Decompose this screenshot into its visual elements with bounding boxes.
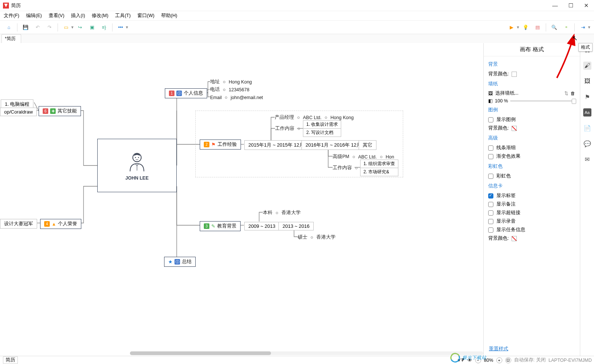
mouse-cursor-icon: ↖ — [572, 34, 578, 42]
edu-deg1: 本科香港大学 — [263, 209, 301, 217]
cb-rainbow[interactable] — [488, 174, 493, 179]
close-button[interactable]: ✕ — [584, 3, 589, 8]
idea-icon[interactable]: 💡 — [520, 22, 531, 33]
opacity-icon: ◧ — [488, 98, 493, 104]
frag-coral[interactable]: op/Coraldraw — [0, 108, 37, 116]
cb-thin[interactable] — [488, 145, 493, 151]
work-spm-items[interactable]: 1. 组织需求审查2. 市场研究& — [360, 160, 398, 176]
save-icon[interactable]: 💾 — [20, 22, 31, 33]
node-summary[interactable]: ★ⓘ总结 — [164, 257, 196, 267]
marker-icon[interactable]: ⚑ — [583, 93, 591, 101]
menu-window[interactable]: 窗口(W) — [137, 13, 154, 19]
menu-modify[interactable]: 修改(M) — [92, 13, 108, 19]
summary-icon[interactable]: ≡} — [98, 22, 110, 33]
avatar-icon — [125, 151, 148, 174]
node-skills[interactable]: 6✚其它技能 — [39, 106, 81, 116]
font-icon[interactable]: Aa — [583, 108, 591, 117]
side-rail: ☷ 🖌 🖼 ⚑ Aa 📄 💬 ✉ — [580, 43, 594, 356]
tab-resume[interactable]: *简历 — [1, 34, 21, 43]
redo-icon[interactable]: ↷ — [44, 22, 55, 33]
note-icon[interactable]: 📄 — [583, 124, 591, 132]
undo-icon[interactable]: ↶ — [32, 22, 43, 33]
work-pm-items[interactable]: 1. 收集设计需求2. 写设计文档 — [303, 120, 341, 137]
host-name: LAPTOP-EVI7MJMD — [549, 358, 592, 363]
info-bg-swatch[interactable] — [512, 236, 517, 241]
menu-tools[interactable]: 工具(T) — [115, 13, 131, 19]
wallpaper-select[interactable]: 选择墙纸... — [495, 90, 562, 96]
toolbar: ⌂ 💾 ↶ ↷ ▭▼ ↪ ▣ ≡} •••▼ ▶▼ 💡 ▤ 🔍 ⚬ ⇥▼ — [0, 21, 594, 34]
cb-show-audio[interactable] — [488, 219, 493, 224]
root-label: JOHN LEE — [125, 176, 149, 181]
more-icon[interactable]: ••• — [115, 22, 126, 33]
svg-point-1 — [135, 157, 136, 158]
cb-grad[interactable] — [488, 154, 493, 159]
export-icon[interactable]: ⇥ — [577, 22, 588, 33]
image-rail-icon[interactable]: 🖼 — [583, 77, 591, 85]
frag-champion[interactable]: 设计大赛冠军 — [0, 219, 37, 229]
opacity-value[interactable]: 100 % — [495, 98, 508, 104]
app-logo-icon — [3, 3, 9, 9]
zoom-fit[interactable]: ⊡ — [505, 357, 511, 363]
work-spm-content: 工作内容 — [333, 164, 358, 172]
legend-bg-swatch[interactable] — [512, 126, 517, 131]
personal-details: 地址Hong Kong 电话12345678 Emailjohn@email.n… — [210, 78, 263, 101]
comment-icon[interactable]: 💬 — [583, 140, 591, 148]
section-rainbow: 彩虹色 — [488, 163, 575, 170]
menu-edit[interactable]: 编辑(E) — [26, 13, 42, 19]
share-icon[interactable]: ⚬ — [561, 22, 572, 33]
cb-show-link[interactable] — [488, 210, 493, 216]
edu-period1[interactable]: 2009 ~ 2013 — [244, 222, 280, 230]
gantt-icon[interactable]: ▤ — [532, 22, 543, 33]
title-bar: 简历 — ☐ ✕ — [0, 0, 594, 11]
section-info: 信息卡 — [488, 183, 575, 189]
home-icon[interactable]: ⌂ — [3, 22, 14, 33]
topic-icon[interactable]: ▭ — [61, 22, 72, 33]
maximize-button[interactable]: ☐ — [568, 3, 573, 8]
horizontal-scrollbar[interactable] — [130, 351, 483, 355]
autosave-status: 自动保存: 关闭 — [514, 357, 546, 363]
section-adv: 高级 — [488, 135, 575, 141]
cb-show-legend[interactable] — [488, 117, 493, 122]
work-period2[interactable]: 2016年1月 ~ 2016年 12月 — [301, 140, 365, 150]
node-work[interactable]: 2⚑工作经验 — [200, 140, 241, 150]
window-title: 简历 — [11, 2, 21, 9]
relation-icon[interactable]: ↪ — [75, 22, 86, 33]
work-other[interactable]: 其它 — [359, 140, 376, 150]
svg-point-2 — [138, 157, 139, 158]
menu-bar: 文件(F) 编辑(E) 查看(V) 插入(I) 修改(M) 工具(T) 窗口(W… — [0, 11, 594, 21]
task-icon[interactable]: ✉ — [583, 155, 591, 163]
mindmap-canvas[interactable]: JOHN LEE 1. 电脑编程 op/Coraldraw 6✚其它技能 设计大… — [0, 43, 483, 356]
cb-show-label[interactable] — [488, 193, 493, 199]
minimize-button[interactable]: — — [552, 3, 558, 8]
format-icon[interactable]: 🖌 — [583, 62, 591, 70]
stepper-icon[interactable]: ⇅ — [564, 91, 568, 96]
watermark: 极光下载站 — [450, 353, 486, 363]
search-icon[interactable]: 🔍 — [549, 22, 560, 33]
cb-show-note[interactable] — [488, 202, 493, 207]
node-edu[interactable]: 3✎教育背景 — [200, 221, 241, 231]
bg-color-swatch[interactable] — [512, 72, 517, 77]
edu-deg2: 硕士香港大学 — [298, 233, 336, 241]
work-period1[interactable]: 2015年1月 ~ 2015年 12月 — [244, 140, 308, 150]
boundary-icon[interactable]: ▣ — [87, 22, 98, 33]
root-node[interactable]: JOHN LEE — [97, 139, 177, 192]
menu-insert[interactable]: 插入(I) — [71, 13, 85, 19]
node-honor[interactable]: 4▲个人荣誉 — [40, 219, 81, 229]
reset-style-link[interactable]: 重置样式 — [484, 342, 513, 355]
present-icon[interactable]: ▶ — [506, 22, 517, 33]
delete-icon[interactable]: 🗑 — [571, 91, 575, 96]
menu-file[interactable]: 文件(F) — [4, 13, 19, 19]
menu-view[interactable]: 查看(V) — [49, 13, 65, 19]
zoom-in[interactable]: + — [496, 357, 502, 363]
document-tabs: *简历 — [0, 34, 594, 43]
edu-period2[interactable]: 2013 ~ 2016 — [278, 222, 314, 230]
image-icon: 🖼 — [488, 91, 493, 96]
work-pm-content: 工作内容 — [275, 125, 300, 132]
status-bar: 简历 ▾⧩ 👁 − 80% + ⊡ 自动保存: 关闭 LAPTOP-EVI7MJ… — [0, 356, 594, 364]
opacity-slider[interactable] — [510, 100, 575, 102]
watermark-logo-icon — [449, 351, 461, 364]
menu-help[interactable]: 帮助(H) — [161, 13, 177, 19]
cb-show-task[interactable] — [488, 227, 493, 233]
node-personal[interactable]: 1ⓘ个人信息 — [165, 88, 207, 98]
format-panel: 画布 格式 背景 背景颜色: 墙纸 🖼选择墙纸...⇅🗑 ◧100 % 图例 显… — [483, 43, 580, 356]
